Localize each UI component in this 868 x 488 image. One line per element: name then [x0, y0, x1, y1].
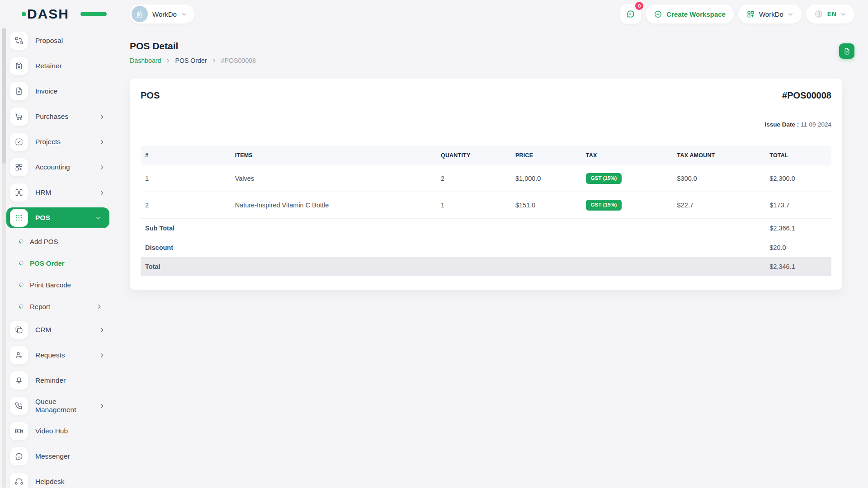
sidebar-item-purchases[interactable]: Purchases [10, 104, 117, 129]
discount-row: Discount $20.0 [141, 238, 831, 257]
sidebar-item-reminder[interactable]: Reminder [10, 368, 117, 393]
chevron-down-icon [788, 11, 793, 17]
sidebar-nav: Proposal Retainer Invoice Purchases [10, 28, 117, 488]
create-workspace-label: Create Workspace [666, 10, 726, 18]
table-row: 1 Valves 2 $1,000.0 GST (15%) $300.0 $2,… [141, 165, 831, 192]
language-label: EN [827, 10, 836, 18]
total-row: Total $2,346.1 [141, 257, 831, 276]
sidebar-item-label: Proposal [35, 37, 63, 45]
sidebar-item-label: Accounting [35, 163, 70, 171]
sidebar-item-helpdesk[interactable]: Helpdesk [10, 469, 117, 488]
retainer-icon [10, 57, 28, 75]
sidebar: DASH Proposal Retainer Invoice [0, 0, 117, 488]
workspace-selector[interactable]: WorkDo [130, 5, 194, 23]
page-title: POS Detail [130, 41, 256, 52]
subtotal-label: Sub Total [141, 218, 765, 238]
sidebar-scrollbar[interactable] [2, 28, 6, 488]
chat-button[interactable]: 0 [620, 4, 641, 24]
sidebar-item-label: Queue Management [35, 398, 92, 414]
sidebar-item-crm[interactable]: CRM [10, 317, 117, 343]
breadcrumb-dashboard-link[interactable]: Dashboard [130, 57, 161, 64]
logo-text: DASH [27, 7, 69, 21]
col-header-index: # [141, 146, 231, 165]
workspace-name: WorkDo [152, 10, 177, 18]
hrm-icon [10, 183, 28, 202]
sidebar-item-messenger[interactable]: Messenger [10, 444, 117, 469]
sidebar-item-queue-management[interactable]: Queue Management [10, 393, 117, 418]
language-selector[interactable]: EN [806, 5, 854, 23]
sidebar-item-label: Video Hub [35, 427, 68, 435]
sidebar-item-label: CRM [35, 326, 51, 334]
cell-tax-amount: $300.0 [673, 165, 765, 192]
table-row: 2 Nature-Inspired Vitamin C Bottle 1 $15… [141, 192, 831, 218]
sidebar-item-accounting[interactable]: Accounting [10, 155, 117, 180]
sidebar-item-requests[interactable]: Requests [10, 343, 117, 368]
table-header-row: # ITEMS QUANTITY PRICE TAX TAX AMOUNT TO… [141, 146, 831, 165]
requests-icon [10, 346, 28, 364]
card-title: POS [141, 90, 160, 101]
sidebar-item-label: Retainer [35, 62, 62, 70]
total-label: Total [141, 257, 765, 276]
divider [141, 110, 831, 110]
chevron-right-icon [99, 164, 105, 170]
chevron-right-icon [99, 114, 105, 120]
proposal-icon [10, 32, 28, 50]
sidebar-item-proposal[interactable]: Proposal [10, 28, 117, 53]
topbar-actions: 0 Create Workspace WorkDo EN [620, 4, 854, 24]
breadcrumb-current: #POS00008 [221, 57, 256, 64]
chat-badge: 0 [635, 2, 643, 10]
bullet-icon [18, 260, 24, 266]
chevron-down-icon [181, 11, 187, 17]
sidebar-item-retainer[interactable]: Retainer [10, 53, 117, 79]
subtotal-value: $2,366.1 [765, 218, 831, 238]
building-icon [135, 9, 145, 19]
sidebar-item-label: Helpdesk [35, 478, 65, 486]
sidebar-item-label: Reminder [35, 376, 66, 385]
chevron-right-icon [99, 190, 105, 196]
messenger-icon [10, 447, 28, 465]
cell-total: $2,300.0 [765, 165, 831, 192]
sidebar-item-invoice[interactable]: Invoice [10, 79, 117, 104]
reminder-icon [10, 371, 28, 389]
col-header-tax: TAX [581, 146, 673, 165]
issue-date-row: Issue Date : 11-09-2024 [141, 121, 831, 128]
sidebar-item-label: POS [35, 214, 50, 222]
col-header-tax-amount: TAX AMOUNT [673, 146, 765, 165]
bullet-icon [18, 282, 24, 288]
sidebar-item-video-hub[interactable]: Video Hub [10, 418, 117, 444]
cell-total: $173.7 [765, 192, 831, 218]
chevron-right-icon [99, 139, 105, 145]
sidebar-subitem-print-barcode[interactable]: Print Barcode [19, 274, 117, 296]
globe-icon [814, 9, 823, 19]
video-icon [10, 422, 28, 440]
cell-item: Valves [231, 165, 436, 192]
sidebar-scrollbar-thumb[interactable] [2, 28, 6, 164]
export-pos-button[interactable] [839, 43, 854, 59]
sidebar-item-projects[interactable]: Projects [10, 129, 117, 155]
projects-icon [10, 133, 28, 151]
sidebar-subitem-pos-order[interactable]: POS Order [19, 252, 117, 274]
col-header-items: ITEMS [231, 146, 436, 165]
chevron-down-icon [840, 11, 846, 17]
app-selector-label: WorkDo [759, 10, 783, 18]
sidebar-subitem-add-pos[interactable]: Add POS [19, 230, 117, 252]
sidebar-item-label: Messenger [35, 452, 70, 460]
sidebar-item-pos[interactable]: POS [6, 207, 109, 228]
chevron-right-icon [99, 352, 105, 358]
sidebar-subitem-report[interactable]: Report [19, 296, 117, 317]
helpdesk-icon [10, 473, 28, 488]
issue-date-label: Issue Date : [764, 121, 799, 128]
app-selector[interactable]: WorkDo [738, 5, 802, 23]
logo[interactable]: DASH [22, 0, 90, 28]
purchases-icon [10, 108, 28, 126]
cell-index: 2 [141, 192, 231, 218]
issue-date-value: 11-09-2024 [801, 121, 831, 128]
breadcrumb: Dashboard POS Order #POS00008 [130, 57, 256, 64]
chevron-right-icon [99, 403, 105, 409]
sidebar-item-hrm[interactable]: HRM [10, 180, 117, 205]
page-header: POS Detail Dashboard POS Order #POS00008 [130, 41, 854, 64]
pos-items-table: # ITEMS QUANTITY PRICE TAX TAX AMOUNT TO… [141, 146, 831, 276]
total-value: $2,346.1 [765, 257, 831, 276]
create-workspace-button[interactable]: Create Workspace [646, 5, 734, 23]
breadcrumb-pos-order: POS Order [175, 57, 207, 64]
